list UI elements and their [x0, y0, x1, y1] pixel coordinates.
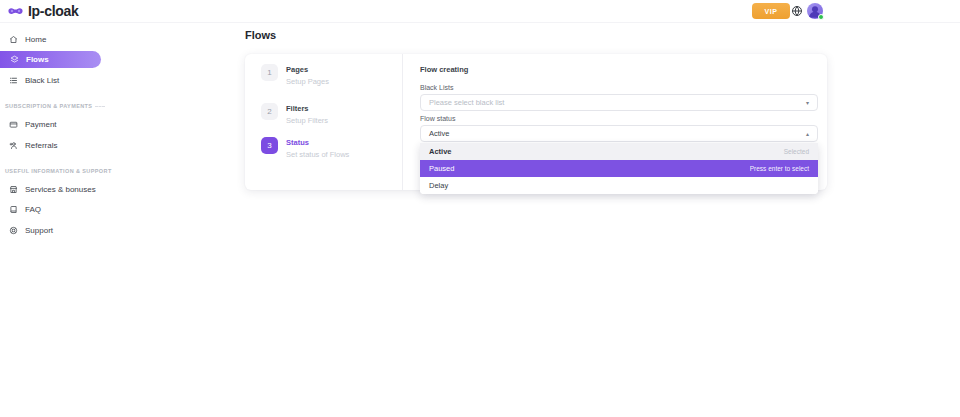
- black-lists-label: Black Lists: [420, 84, 453, 91]
- sidebar-item-faq[interactable]: FAQ: [0, 201, 110, 218]
- vip-label: VIP: [764, 8, 777, 15]
- sidebar-item-label: Flows: [26, 55, 49, 64]
- sidebar-section-support: USEFUL INFORMATION & SUPPORT: [5, 168, 105, 174]
- flow-status-select[interactable]: Active ▴: [420, 125, 818, 142]
- option-state: Selected: [784, 148, 809, 155]
- flow-creating-card: 1 Pages Setup Pages 2 Filters Setup Filt…: [245, 54, 827, 190]
- mask-icon: [7, 5, 24, 18]
- sidebar-item-payment[interactable]: Payment: [0, 116, 110, 133]
- step-number: 2: [261, 103, 278, 120]
- sidebar-item-label: Services & bonuses: [25, 185, 96, 194]
- wizard-step-status[interactable]: 3 Status Set status of Flows: [261, 137, 349, 159]
- sidebar-item-label: FAQ: [25, 205, 41, 214]
- step-number: 3: [261, 137, 278, 154]
- chevron-down-icon: ▾: [806, 100, 809, 106]
- sidebar-item-support[interactable]: Support: [0, 222, 110, 239]
- option-label: Active: [429, 147, 452, 156]
- flows-icon: [10, 55, 19, 64]
- sidebar-item-flows[interactable]: Flows: [0, 51, 101, 68]
- step-subtitle: Setup Filters: [286, 116, 328, 125]
- black-lists-placeholder: Please select black list: [429, 98, 504, 107]
- option-active[interactable]: Active Selected: [420, 143, 818, 160]
- step-subtitle: Set status of Flows: [286, 150, 349, 159]
- app-logo[interactable]: Ip-cloak: [7, 2, 79, 20]
- language-globe-icon[interactable]: [791, 5, 803, 17]
- page-title: Flows: [245, 29, 276, 41]
- sidebar-item-label: Black List: [25, 76, 59, 85]
- wizard-step-pages[interactable]: 1 Pages Setup Pages: [261, 64, 329, 86]
- step-subtitle: Setup Pages: [286, 77, 329, 86]
- vertical-divider: [402, 54, 403, 190]
- sidebar-item-home[interactable]: Home: [0, 31, 110, 48]
- sidebar-section-subscription: SUBSCRIPTION & PAYMENTS: [5, 103, 105, 109]
- option-label: Paused: [429, 164, 454, 173]
- section-title-text: USEFUL INFORMATION & SUPPORT: [5, 168, 112, 174]
- sidebar-item-label: Support: [25, 226, 53, 235]
- referrals-icon: [9, 141, 18, 150]
- sidebar-item-referrals[interactable]: Referrals: [0, 137, 110, 154]
- form-title: Flow creating: [420, 65, 468, 74]
- option-paused[interactable]: Paused Press enter to select: [420, 160, 818, 177]
- chevron-up-icon: ▴: [806, 131, 809, 137]
- logo-text: Ip-cloak: [28, 3, 79, 19]
- sidebar-item-label: Referrals: [25, 141, 57, 150]
- flow-status-dropdown: Active Selected Paused Press enter to se…: [420, 143, 818, 194]
- book-icon: [9, 205, 18, 214]
- step-title: Filters: [286, 103, 328, 113]
- sidebar-item-label: Home: [25, 35, 46, 44]
- flow-creating-form: Flow creating Black Lists Please select …: [420, 54, 818, 190]
- option-delay[interactable]: Delay: [420, 177, 818, 194]
- sidebar-item-black-list[interactable]: Black List: [0, 72, 110, 89]
- step-number: 1: [261, 64, 278, 81]
- option-label: Delay: [429, 181, 448, 190]
- black-lists-select[interactable]: Please select black list ▾: [420, 94, 818, 111]
- flow-status-label: Flow status: [420, 115, 455, 122]
- step-title: Pages: [286, 64, 329, 74]
- online-status-dot: [818, 14, 824, 20]
- vip-button[interactable]: VIP: [752, 3, 790, 19]
- sidebar-item-services[interactable]: Services & bonuses: [0, 181, 110, 198]
- sidebar-item-label: Payment: [25, 120, 57, 129]
- storefront-icon: [9, 185, 18, 194]
- section-title-text: SUBSCRIPTION & PAYMENTS: [5, 103, 92, 109]
- home-icon: [9, 35, 18, 44]
- list-icon: [9, 76, 18, 85]
- flow-status-value: Active: [429, 129, 449, 138]
- user-avatar[interactable]: [807, 3, 823, 19]
- lifebuoy-icon: [9, 226, 18, 235]
- credit-card-icon: [9, 120, 18, 129]
- top-header: Ip-cloak VIP: [0, 0, 960, 23]
- option-state: Press enter to select: [750, 165, 809, 172]
- wizard-step-filters[interactable]: 2 Filters Setup Filters: [261, 103, 328, 125]
- step-title: Status: [286, 137, 349, 147]
